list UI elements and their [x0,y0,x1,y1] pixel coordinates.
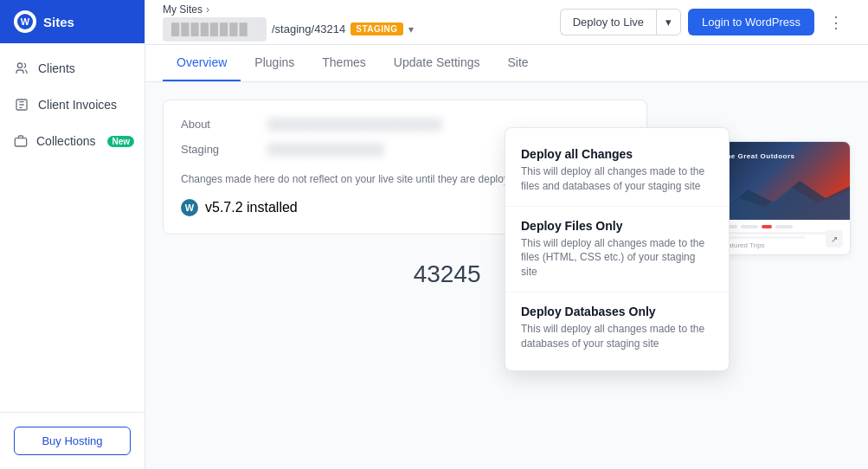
url-placeholder: ████████ [171,22,249,35]
deploy-btn-group: Deploy to Live ▾ [560,9,681,35]
sidebar-item-label-invoices: Client Invoices [38,98,117,112]
login-to-wordpress-button[interactable]: Login to WordPress [688,9,814,35]
content-area: About ██████████████████ Staging ███████… [145,82,868,469]
sidebar-item-clients[interactable]: Clients [0,50,145,87]
sidebar-item-label-collections: Collections [36,134,95,148]
preview-content-1 [720,232,843,234]
deploy-chevron-icon: ▾ [665,16,672,29]
sidebar-title: Sites [43,15,74,29]
tab-plugins[interactable]: Plugins [241,45,308,81]
breadcrumb-arrow: › [206,3,209,16]
collections-badge: New [107,136,134,147]
breadcrumb: My Sites › [163,3,414,16]
svg-point-0 [17,63,22,67]
deploy-arrow-button[interactable]: ▾ [656,9,681,35]
deploy-all-desc: This will deploy all changes made to the… [521,164,713,194]
svg-rect-2 [15,138,26,146]
invoice-icon [14,97,29,112]
buy-hosting-button[interactable]: Buy Hosting [14,427,131,455]
deploy-files-desc: This will deploy all changes made to the… [521,236,713,279]
deploy-db-desc: This will deploy all changes made to the… [521,322,713,351]
sidebar-item-collections[interactable]: Collections New [0,123,145,159]
deploy-option-databases[interactable]: Deploy Databases Only This will deploy a… [505,292,729,363]
staging-value: ████████████ [267,143,384,156]
sidebar-footer: Buy Hosting [0,412,145,469]
deploy-all-title: Deploy all Changes [521,147,713,161]
sidebar: Sites Clients Client Invoices [0,0,145,469]
preview-site-title: The Great Outdoors [722,152,795,160]
topbar-actions: Deploy to Live ▾ Login to WordPress ⋮ [560,9,851,35]
wp-version-text: v5.7.2 installed [205,200,298,215]
preview-nav-dot-2 [741,225,758,228]
collections-icon [14,133,28,149]
url-box: ████████ [163,17,267,42]
tab-update-settings[interactable]: Update Settings [380,45,494,81]
preview-image: The Great Outdoors [713,142,850,220]
more-options-button[interactable]: ⋮ [821,10,851,35]
tab-overview[interactable]: Overview [163,45,241,81]
deploy-dropdown: Deploy all Changes This will deploy all … [505,127,730,371]
deploy-to-live-button[interactable]: Deploy to Live [560,9,656,35]
url-chevron-icon[interactable]: ▾ [408,23,414,35]
sidebar-item-label-clients: Clients [38,61,75,75]
deploy-files-title: Deploy Files Only [521,219,713,233]
preview-open-button[interactable]: ↗ [826,230,843,247]
sidebar-header: Sites [0,0,145,43]
url-path: /staging/43214 [272,22,345,35]
preview-nav-dot-accent [762,225,772,228]
about-label: About [181,118,250,131]
preview-card: The Great Outdoors Featured Trips ↗ [712,141,851,255]
preview-nav [720,225,843,228]
site-url-bar: ████████ /staging/43214 STAGING ▾ [163,17,414,42]
breadcrumb-link[interactable]: My Sites [163,3,203,16]
preview-featured-label: Featured Trips [720,241,843,249]
deploy-option-all[interactable]: Deploy all Changes This will deploy all … [505,135,729,207]
sidebar-item-client-invoices[interactable]: Client Invoices [0,87,145,123]
breadcrumb-area: My Sites › ████████ /staging/43214 STAGI… [163,3,414,42]
about-value: ██████████████████ [267,118,442,131]
deploy-db-title: Deploy Databases Only [521,305,713,318]
staging-badge: STAGING [350,22,402,35]
preview-content-2 [720,236,806,239]
users-icon [14,61,29,76]
main-content: My Sites › ████████ /staging/43214 STAGI… [145,0,868,469]
topbar: My Sites › ████████ /staging/43214 STAGI… [145,0,868,45]
tabs-bar: Overview Plugins Themes Update Settings … [145,45,868,82]
preview-nav-dot-3 [775,225,793,228]
tab-site[interactable]: Site [493,45,542,81]
site-number-43245[interactable]: 43245 [414,260,481,288]
wp-logo [14,10,36,33]
deploy-option-files[interactable]: Deploy Files Only This will deploy all c… [505,207,729,292]
wp-small-logo: W [181,199,198,216]
mountain-graphic [713,177,850,220]
more-icon: ⋮ [828,14,844,31]
tab-themes[interactable]: Themes [308,45,380,81]
wp-logo-inner [17,14,33,29]
staging-label: Staging [181,143,250,156]
svg-marker-4 [713,187,850,220]
sidebar-nav: Clients Client Invoices Collections New [0,43,145,412]
